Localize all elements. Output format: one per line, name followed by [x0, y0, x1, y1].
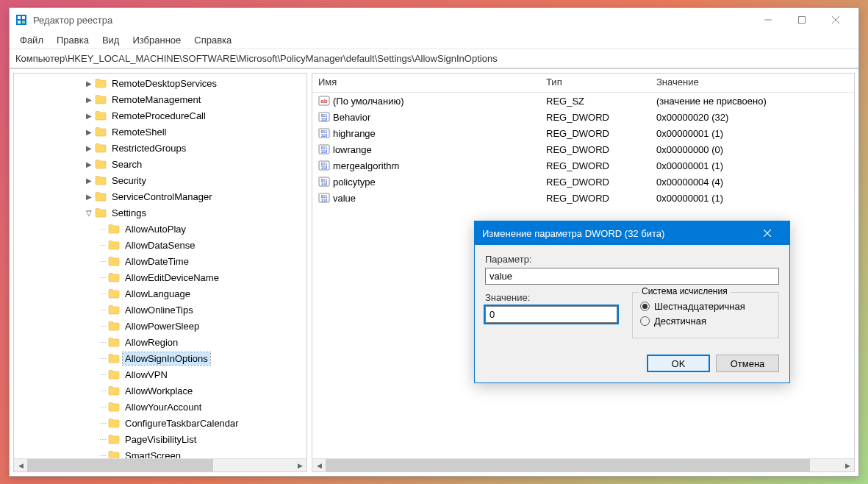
tree-item[interactable]: ⋯AllowLanguage	[14, 285, 306, 302]
tree-item[interactable]: ⋯AllowVPN	[14, 366, 306, 382]
tree-item[interactable]: ⋯AllowOnlineTips	[14, 302, 306, 318]
dialog-close-button[interactable]	[753, 221, 782, 245]
tree-item[interactable]: ⋯PageVisibilityList	[14, 431, 306, 447]
chevron-right-icon[interactable]: ▶	[83, 93, 95, 105]
list-row[interactable]: valueREG_DWORD0x00000001 (1)	[312, 190, 854, 206]
tree-item[interactable]: ▶ServiceControlManager	[14, 188, 306, 204]
value-type: REG_DWORD	[546, 128, 609, 139]
tree-leaf-icon: ⋯	[96, 371, 108, 379]
tree-item[interactable]: ⋯AllowDataSense	[14, 237, 306, 253]
tree-item-label: Security	[110, 174, 148, 187]
value-type-icon	[318, 176, 330, 188]
tree-item[interactable]: ▽Settings	[14, 204, 306, 221]
tree-leaf-icon: ⋯	[96, 419, 108, 427]
menu-edit[interactable]: Правка	[51, 33, 95, 47]
tree-item[interactable]: ⋯AllowYourAccount	[14, 399, 306, 415]
list-row[interactable]: highrangeREG_DWORD0x00000001 (1)	[312, 125, 854, 141]
col-value[interactable]: Значение	[650, 74, 854, 92]
scroll-left-icon[interactable]: ◀	[14, 459, 27, 472]
chevron-right-icon[interactable]: ▶	[83, 174, 95, 186]
menu-view[interactable]: Вид	[96, 33, 126, 47]
value-data: 0x00000000 (0)	[656, 144, 723, 155]
tree-scrollbar[interactable]: ◀ ▶	[14, 458, 306, 471]
folder-icon	[95, 159, 107, 169]
folder-icon	[95, 94, 107, 104]
value-name: highrange	[333, 128, 376, 139]
tree-item[interactable]: ▶RemoteManagement	[14, 91, 306, 107]
col-type[interactable]: Тип	[540, 74, 650, 92]
radio-dec-row[interactable]: Десятичная	[640, 316, 771, 327]
tree-item[interactable]: ⋯AllowPowerSleep	[14, 318, 306, 334]
tree-item[interactable]: ▶RemoteDesktopServices	[14, 75, 306, 91]
scroll-left-icon[interactable]: ◀	[312, 459, 326, 472]
list-panel: Имя Тип Значение (По умолчанию)REG_SZ(зн…	[312, 73, 855, 472]
folder-icon	[95, 207, 107, 218]
tree-item[interactable]: ⋯SmartScreen	[14, 447, 306, 458]
tree-body[interactable]: ▶RemoteDesktopServices▶RemoteManagement▶…	[14, 74, 306, 458]
value-name: Behavior	[333, 112, 370, 123]
tree-item-label: RemoteShell	[110, 126, 168, 138]
chevron-right-icon[interactable]: ▶	[83, 142, 95, 154]
list-row[interactable]: BehaviorREG_DWORD0x00000020 (32)	[312, 109, 854, 125]
tree-leaf-icon: ⋯	[96, 403, 108, 411]
cancel-button[interactable]: Отмена	[716, 355, 779, 372]
folder-icon	[95, 110, 107, 121]
list-row[interactable]: (По умолчанию)REG_SZ(значение не присвое…	[312, 93, 854, 109]
chevron-right-icon[interactable]: ▶	[83, 126, 95, 138]
chevron-right-icon[interactable]: ▶	[83, 110, 95, 121]
tree-item[interactable]: ⋯AllowAutoPlay	[14, 221, 306, 237]
tree-item[interactable]: ⋯AllowSignInOptions	[14, 350, 306, 366]
folder-icon	[108, 450, 120, 458]
tree-item[interactable]: ▶RemoteShell	[14, 124, 306, 140]
tree-item-label: AllowPowerSleep	[123, 320, 201, 332]
menu-file[interactable]: Файл	[14, 33, 49, 47]
radio-dec[interactable]	[640, 316, 650, 326]
list-scrollbar[interactable]: ◀ ▶	[312, 458, 854, 471]
tree-item[interactable]: ▶Search	[14, 156, 306, 172]
chevron-down-icon[interactable]: ▽	[83, 207, 95, 218]
list-row[interactable]: policytypeREG_DWORD0x00000004 (4)	[312, 174, 854, 190]
tree-item[interactable]: ⋯AllowWorkplace	[14, 382, 306, 399]
folder-icon	[95, 127, 107, 137]
folder-icon	[108, 337, 120, 347]
tree-item[interactable]: ⋯AllowRegion	[14, 334, 306, 350]
chevron-right-icon[interactable]: ▶	[83, 191, 95, 202]
tree-item[interactable]: ▶RemoteProcedureCall	[14, 107, 306, 124]
tree-item-label: RemoteDesktopServices	[110, 77, 219, 90]
value-name: mergealgorithm	[333, 160, 399, 171]
value-data: 0x00000020 (32)	[656, 112, 728, 123]
list-row[interactable]: lowrangeREG_DWORD0x00000000 (0)	[312, 141, 854, 157]
menu-favorites[interactable]: Избранное	[126, 33, 187, 47]
scroll-right-icon[interactable]: ▶	[841, 459, 854, 472]
tree-item[interactable]: ⋯ConfigureTaskbarCalendar	[14, 415, 306, 431]
tree-item[interactable]: ▶RestrictedGroups	[14, 140, 306, 156]
value-name: lowrange	[333, 144, 372, 155]
tree-item-label: AllowOnlineTips	[123, 304, 196, 316]
chevron-right-icon[interactable]: ▶	[83, 77, 95, 89]
radio-hex-row[interactable]: Шестнадцатеричная	[640, 301, 771, 312]
minimize-button[interactable]	[751, 8, 785, 32]
window-title: Редактор реестра	[33, 15, 751, 26]
col-name[interactable]: Имя	[312, 74, 540, 92]
close-button[interactable]	[819, 8, 853, 32]
tree-item[interactable]: ▶Security	[14, 172, 306, 188]
tree-item[interactable]: ⋯AllowDateTime	[14, 253, 306, 269]
tree-item-label: AllowAutoPlay	[123, 223, 188, 235]
value-data: 0x00000001 (1)	[656, 160, 723, 171]
tree-leaf-icon: ⋯	[96, 225, 108, 233]
tree-leaf-icon: ⋯	[96, 452, 108, 459]
scroll-right-icon[interactable]: ▶	[293, 459, 306, 472]
tree-item[interactable]: ⋯AllowEditDeviceName	[14, 269, 306, 285]
folder-icon	[108, 224, 120, 234]
param-input[interactable]	[485, 268, 779, 285]
menu-help[interactable]: Справка	[188, 33, 237, 47]
list-row[interactable]: mergealgorithmREG_DWORD0x00000001 (1)	[312, 157, 854, 174]
radio-hex[interactable]	[640, 302, 650, 311]
folder-icon	[108, 321, 120, 331]
ok-button[interactable]: OK	[647, 355, 710, 372]
maximize-button[interactable]	[785, 8, 819, 32]
value-input[interactable]	[485, 306, 617, 323]
chevron-right-icon[interactable]: ▶	[83, 158, 95, 170]
address-bar[interactable]: Компьютер\HKEY_LOCAL_MACHINE\SOFTWARE\Mi…	[10, 49, 858, 68]
titlebar[interactable]: Редактор реестра	[10, 8, 858, 32]
